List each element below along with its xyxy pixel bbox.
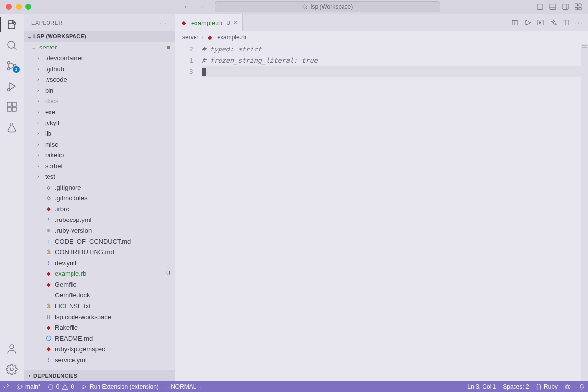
folder-lib[interactable]: ›lib bbox=[24, 128, 175, 139]
explorer-activity[interactable] bbox=[6, 19, 18, 30]
code-line[interactable]: # typed: strict bbox=[202, 44, 588, 55]
layout-panel-icon[interactable] bbox=[549, 3, 557, 11]
run-debug-activity[interactable] bbox=[6, 80, 18, 92]
git-branch-status[interactable]: main* bbox=[17, 383, 41, 390]
code-editor[interactable]: 213 # typed: strict# frozen_string_liter… bbox=[175, 44, 588, 381]
compare-changes-icon[interactable] bbox=[511, 19, 519, 26]
code-line[interactable]: # frozen_string_literal: true bbox=[202, 55, 588, 66]
nav-forward-button[interactable]: → bbox=[197, 2, 205, 11]
breadcrumb-part[interactable]: server bbox=[182, 34, 198, 41]
folder-label: jekyll bbox=[45, 119, 175, 126]
file-label: lsp.code-workspace bbox=[55, 313, 175, 320]
file-lsp-code-workspace[interactable]: {}lsp.code-workspace bbox=[24, 311, 175, 322]
language-mode-status[interactable]: { } Ruby bbox=[536, 383, 558, 390]
folder-label: exe bbox=[45, 108, 175, 116]
svg-rect-5 bbox=[579, 4, 581, 6]
source-control-activity[interactable]: 1 bbox=[6, 60, 18, 72]
tab-example-rb[interactable]: ◆ example.rb U × bbox=[175, 14, 243, 31]
line-number: 3 bbox=[175, 66, 193, 77]
folder-vscode[interactable]: ›.vscode bbox=[24, 74, 175, 85]
ruby-file-icon: ◆ bbox=[45, 205, 52, 212]
split-editor-icon[interactable] bbox=[562, 19, 570, 26]
layout-sidebar-left-icon[interactable] bbox=[536, 3, 544, 11]
folder-label: .devcontainer bbox=[45, 54, 175, 62]
folder-bin[interactable]: ›bin bbox=[24, 85, 175, 96]
problems-status[interactable]: 0 0 bbox=[48, 383, 74, 390]
minimize-window-button[interactable] bbox=[16, 4, 22, 10]
nav-back-button[interactable]: ← bbox=[183, 2, 191, 11]
file--gitignore[interactable]: ◇.gitignore bbox=[24, 182, 175, 193]
open-changes-icon[interactable] bbox=[524, 19, 532, 26]
more-actions-icon[interactable]: ··· bbox=[575, 19, 583, 26]
close-tab-button[interactable]: × bbox=[233, 19, 237, 26]
file-gemfile-lock[interactable]: ≡Gemfile.lock bbox=[24, 290, 175, 300]
folder-misc[interactable]: ›misc bbox=[24, 139, 175, 149]
folder-label: bin bbox=[45, 87, 175, 94]
dependencies-section-header[interactable]: › DEPENDENCIES bbox=[24, 370, 175, 381]
folder-server[interactable]: ⌄server bbox=[24, 42, 175, 52]
file-readme-md[interactable]: ⓘREADME.md bbox=[24, 333, 175, 343]
file-label: .gitmodules bbox=[55, 195, 175, 202]
layout-sidebar-right-icon[interactable] bbox=[562, 3, 569, 11]
breadcrumb[interactable]: server › ◆ example.rb bbox=[175, 31, 588, 44]
breadcrumb-part[interactable]: example.rb bbox=[217, 34, 246, 41]
chevron-right-icon: › bbox=[37, 98, 43, 104]
folder-rakelib[interactable]: ›rakelib bbox=[24, 149, 175, 160]
file--rubocop-yml[interactable]: !.rubocop.yml bbox=[24, 214, 175, 225]
code-content[interactable]: # typed: strict# frozen_string_literal: … bbox=[202, 44, 588, 381]
folder-github[interactable]: ›.github bbox=[24, 63, 175, 74]
remote-indicator[interactable] bbox=[3, 383, 10, 390]
settings-activity[interactable] bbox=[6, 364, 18, 375]
file-rakefile[interactable]: ◆Rakefile bbox=[24, 322, 175, 333]
file-dev-yml[interactable]: !dev.yml bbox=[24, 257, 175, 268]
testing-activity[interactable] bbox=[6, 122, 18, 133]
ruby-file-icon: ◆ bbox=[45, 324, 52, 331]
svg-rect-16 bbox=[12, 102, 16, 106]
code-line[interactable] bbox=[202, 66, 588, 77]
workspace-section-header[interactable]: ⌄ LSP (WORKSPACE) bbox=[24, 31, 175, 42]
search-icon bbox=[302, 4, 308, 10]
minimap[interactable] bbox=[581, 44, 588, 381]
folder-test[interactable]: ›test bbox=[24, 171, 175, 182]
explorer-header: EXPLORER ··· bbox=[24, 14, 175, 31]
sparkle-icon[interactable] bbox=[549, 19, 557, 26]
lock-file-icon: ≡ bbox=[45, 227, 52, 234]
file-ruby-lsp-gemspec[interactable]: ◆ruby-lsp.gemspec bbox=[24, 343, 175, 354]
maximize-window-button[interactable] bbox=[25, 4, 31, 10]
chevron-right-icon: › bbox=[37, 130, 43, 136]
indentation-status[interactable]: Spaces: 2 bbox=[503, 383, 529, 390]
extensions-activity[interactable] bbox=[6, 101, 18, 113]
cursor-position-status[interactable]: Ln 3, Col 1 bbox=[467, 383, 496, 390]
customize-layout-icon[interactable] bbox=[574, 3, 582, 11]
file--ruby-version[interactable]: ≡.ruby-version bbox=[24, 225, 175, 236]
file-code-of-conduct-md[interactable]: ↓CODE_OF_CONDUCT.md bbox=[24, 236, 175, 246]
file-license-txt[interactable]: ℛLICENSE.txt bbox=[24, 300, 175, 311]
command-center[interactable]: lsp (Workspace) bbox=[215, 1, 440, 12]
indentation-label: Spaces: 2 bbox=[503, 383, 529, 390]
file--gitmodules[interactable]: ◇.gitmodules bbox=[24, 193, 175, 203]
folder-jekyll[interactable]: ›jekyll bbox=[24, 117, 175, 128]
svg-point-12 bbox=[8, 89, 10, 91]
file--irbrc[interactable]: ◆.irbrc bbox=[24, 203, 175, 214]
folder-devcontainer[interactable]: ›.devcontainer bbox=[24, 52, 175, 63]
folder-sorbet[interactable]: ›sorbet bbox=[24, 160, 175, 171]
file-example-rb[interactable]: ◆example.rbU bbox=[24, 268, 175, 279]
file-contributing-md[interactable]: ℛCONTRIBUTING.md bbox=[24, 246, 175, 257]
accounts-activity[interactable] bbox=[6, 343, 18, 355]
editor-actions: ··· bbox=[506, 14, 588, 31]
vim-mode-status: -- NORMAL -- bbox=[166, 383, 202, 390]
run-file-icon[interactable] bbox=[537, 19, 544, 26]
copilot-status[interactable] bbox=[564, 383, 571, 390]
notifications-status[interactable] bbox=[578, 383, 585, 390]
file-status: U bbox=[166, 270, 170, 276]
explorer-more-icon[interactable]: ··· bbox=[160, 20, 167, 25]
folder-docs[interactable]: ›docs bbox=[24, 96, 175, 106]
folder-exe[interactable]: ›exe bbox=[24, 106, 175, 117]
file-service-yml[interactable]: !service.yml bbox=[24, 354, 175, 365]
close-window-button[interactable] bbox=[6, 4, 12, 10]
run-task-status[interactable]: Run Extension (extension) bbox=[81, 383, 159, 390]
file-gemfile[interactable]: ◆Gemfile bbox=[24, 279, 175, 290]
file-tree[interactable]: ⌄server›.devcontainer›.github›.vscode›bi… bbox=[24, 42, 175, 370]
chevron-down-icon: ⌄ bbox=[31, 44, 37, 50]
search-activity[interactable] bbox=[6, 39, 18, 51]
